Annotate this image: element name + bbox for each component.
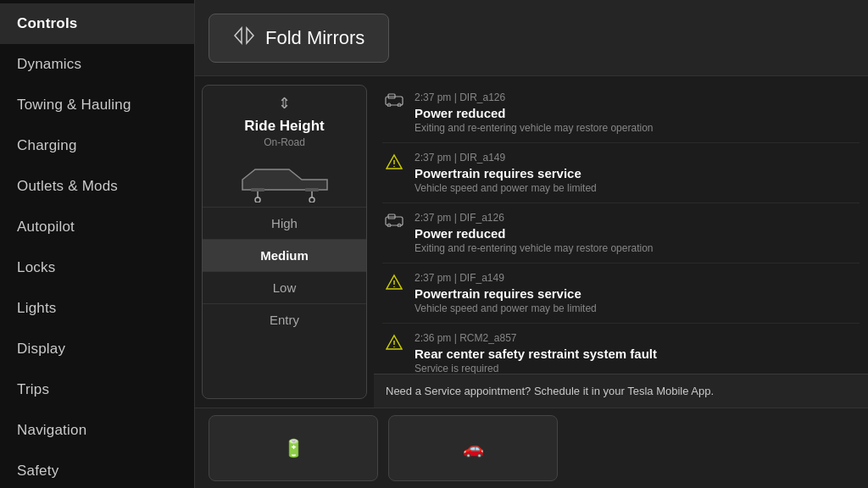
mirror-icon [233,26,255,50]
sidebar: Controls Dynamics Towing & Hauling Charg… [0,0,195,488]
svg-rect-3 [251,188,264,191]
sidebar-item-navigation[interactable]: Navigation [0,410,194,451]
svg-marker-0 [235,28,242,43]
ride-height-option-low[interactable]: Low [203,271,366,303]
alert-item: 2:37 pm | DIF_a149Powertrain requires se… [382,263,860,324]
top-bar: Fold Mirrors [195,0,868,76]
svg-marker-1 [247,28,253,43]
bottom-card-2[interactable]: 🚗 [388,415,558,481]
alert-title: Rear center safety restraint system faul… [415,347,860,361]
main-content: Fold Mirrors ⇕ Ride Height On-Road [195,0,868,488]
alert-icon [382,212,406,254]
alert-item: 2:37 pm | DIF_a126Power reducedExiting a… [382,203,860,263]
sidebar-item-lights[interactable]: Lights [0,288,194,329]
sidebar-item-dynamics[interactable]: Dynamics [0,44,194,85]
ride-height-subtitle: On-Road [264,136,305,148]
service-bar: Need a Service appointment? Schedule it … [374,374,868,408]
sidebar-item-display[interactable]: Display [0,329,194,369]
bottom-card-icon-1: 🔋 [283,438,304,458]
alert-desc: Exiting and re-entering vehicle may rest… [415,122,860,134]
alert-desc: Exiting and re-entering vehicle may rest… [415,242,860,254]
ride-height-car-image [203,152,366,207]
svg-rect-4 [305,188,319,191]
alert-desc: Service is required [415,363,860,374]
alert-item: 2:37 pm | DIR_a149Powertrain requires se… [382,143,860,203]
sidebar-item-locks[interactable]: Locks [0,247,194,288]
alert-icon [382,92,406,134]
alert-content: 2:37 pm | DIR_a126Power reducedExiting a… [415,92,860,134]
bottom-card-1[interactable]: 🔋 [209,415,378,481]
alert-item: 2:37 pm | DIR_a126Power reducedExiting a… [382,83,860,143]
ride-height-title: Ride Height [244,118,324,135]
alert-icon [382,272,406,314]
sidebar-item-safety[interactable]: Safety [0,451,194,488]
svg-point-15 [393,166,395,168]
ride-height-option-medium[interactable]: Medium [203,239,366,271]
alert-content: 2:37 pm | DIF_a149Powertrain requires se… [415,272,860,314]
alert-content: 2:36 pm | RCM2_a857Rear center safety re… [415,332,860,374]
fold-mirrors-button[interactable]: Fold Mirrors [209,14,389,63]
bottom-section: 🔋 🚗 [195,408,868,488]
alert-content: 2:37 pm | DIF_a126Power reducedExiting a… [415,212,860,254]
alert-meta: 2:37 pm | DIF_a126 [415,212,860,224]
sidebar-item-charging[interactable]: Charging [0,125,194,166]
sidebar-item-trips[interactable]: Trips [0,369,194,410]
svg-marker-2 [242,169,327,190]
alert-meta: 2:36 pm | RCM2_a857 [415,332,860,344]
ride-height-option-high[interactable]: High [203,207,366,239]
service-bar-text: Need a Service appointment? Schedule it … [386,385,714,397]
sidebar-item-outlets[interactable]: Outlets & Mods [0,166,194,207]
alert-title: Power reduced [415,226,860,241]
alert-title: Power reduced [415,106,860,120]
ride-height-header: ⇕ Ride Height On-Road [203,86,366,152]
alert-title: Powertrain requires service [415,166,860,180]
alert-meta: 2:37 pm | DIR_a126 [415,92,860,103]
alert-icon [382,152,406,194]
ride-height-option-entry[interactable]: Entry [203,303,366,336]
middle-section: ⇕ Ride Height On-Road [195,76,868,408]
ride-height-options: High Medium Low Entry [203,207,366,398]
alert-desc: Vehicle speed and power may be limited [415,302,860,314]
ride-height-panel: ⇕ Ride Height On-Road [202,85,367,399]
alert-desc: Vehicle speed and power may be limited [415,182,860,194]
bottom-card-icon-2: 🚗 [463,438,484,458]
ride-height-icon: ⇕ [278,94,291,113]
alert-title: Powertrain requires service [415,286,860,301]
sidebar-item-controls[interactable]: Controls [0,3,194,44]
sidebar-item-towing[interactable]: Towing & Hauling [0,85,194,125]
fold-mirrors-label: Fold Mirrors [265,27,364,49]
alert-item: 2:36 pm | RCM2_a857Rear center safety re… [382,324,860,374]
alert-meta: 2:37 pm | DIF_a149 [415,272,860,284]
alerts-panel: 2:37 pm | DIR_a126Power reducedExiting a… [374,76,868,408]
sidebar-item-autopilot[interactable]: Autopilot [0,207,194,247]
alert-icon [382,332,406,374]
svg-point-25 [393,347,395,348]
alerts-scroll[interactable]: 2:37 pm | DIR_a126Power reducedExiting a… [374,76,868,374]
svg-point-22 [393,286,395,288]
alert-meta: 2:37 pm | DIR_a149 [415,152,860,164]
alert-content: 2:37 pm | DIR_a149Powertrain requires se… [415,152,860,194]
